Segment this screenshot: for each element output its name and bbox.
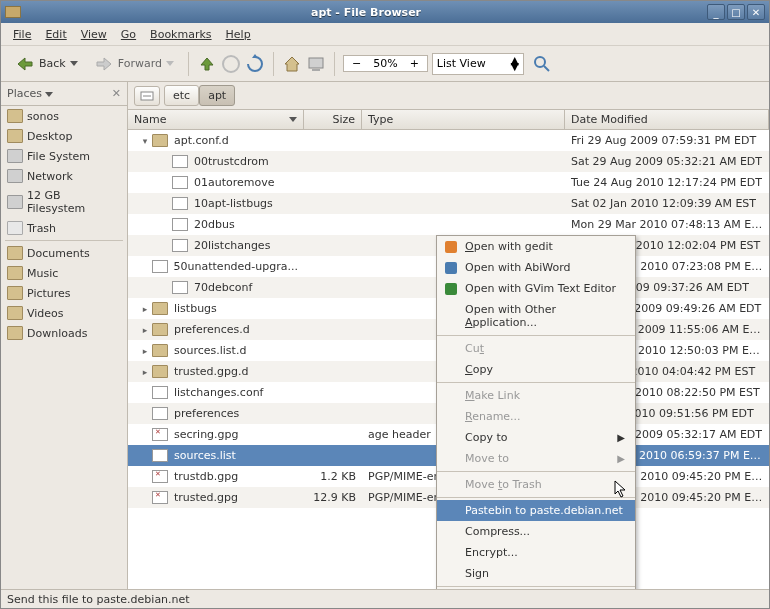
menu-file[interactable]: File: [7, 26, 37, 43]
svg-rect-1: [309, 58, 323, 68]
file-icon: [172, 239, 188, 252]
drive-icon: [7, 149, 23, 163]
menu-bookmarks[interactable]: Bookmarks: [144, 26, 217, 43]
menu-item[interactable]: Pastebin to paste.debian.net: [437, 500, 635, 521]
search-icon[interactable]: [532, 54, 552, 74]
drive-icon: [7, 195, 23, 209]
svg-point-3: [535, 57, 545, 67]
svg-rect-8: [445, 262, 457, 274]
menu-item[interactable]: Sign: [437, 563, 635, 584]
menu-edit[interactable]: Edit: [39, 26, 72, 43]
menu-view[interactable]: View: [75, 26, 113, 43]
stop-button[interactable]: [221, 54, 241, 74]
path-segment-apt[interactable]: apt: [199, 85, 235, 106]
menu-item: Move to▶: [437, 448, 635, 469]
menu-item[interactable]: Copy: [437, 359, 635, 380]
maximize-button[interactable]: □: [727, 4, 745, 20]
menu-item[interactable]: Compress...: [437, 521, 635, 542]
submenu-arrow-icon: ▶: [617, 453, 625, 464]
expander-icon[interactable]: ▸: [140, 325, 150, 335]
place-sonos[interactable]: sonos: [1, 106, 127, 126]
expander-icon[interactable]: ▾: [140, 136, 150, 146]
file-icon: [172, 218, 188, 231]
file-row[interactable]: 01autoremoveTue 24 Aug 2010 12:17:24 PM …: [128, 172, 769, 193]
menu-help[interactable]: Help: [220, 26, 257, 43]
status-text: Send this file to paste.debian.net: [7, 593, 190, 606]
titlebar[interactable]: apt - File Browser _ □ ✕: [1, 1, 769, 23]
back-arrow-icon: [15, 54, 35, 74]
svg-point-0: [223, 56, 239, 72]
file-row[interactable]: 00trustcdromSat 29 Aug 2009 05:32:21 AM …: [128, 151, 769, 172]
folder-icon: [152, 323, 168, 336]
bookmark-documents[interactable]: Documents: [1, 243, 127, 263]
menu-item[interactable]: Open with Other Application...: [437, 299, 635, 333]
minimize-button[interactable]: _: [707, 4, 725, 20]
file-icon: [172, 281, 188, 294]
column-name[interactable]: Name: [128, 110, 304, 129]
drive-icon: [7, 169, 23, 183]
file-browser-window: apt - File Browser _ □ ✕ File Edit View …: [0, 0, 770, 609]
expander-icon[interactable]: ▸: [140, 346, 150, 356]
file-icon: [152, 449, 168, 462]
file-row[interactable]: 20dbusMon 29 Mar 2010 07:48:13 AM EDT: [128, 214, 769, 235]
place-trash[interactable]: Trash: [1, 218, 127, 238]
trash-icon: [7, 221, 23, 235]
context-menu: Open with geditOpen with AbiWordOpen wit…: [436, 235, 636, 589]
folder-icon: [7, 109, 23, 123]
list-header: Name Size Type Date Modified: [128, 110, 769, 130]
submenu-arrow-icon: ▶: [617, 432, 625, 443]
zoom-level: 50%: [369, 57, 401, 70]
folder-icon: [7, 306, 23, 320]
zoom-out-icon[interactable]: −: [348, 57, 365, 70]
file-row[interactable]: ▾apt.conf.dFri 29 Aug 2009 07:59:31 PM E…: [128, 130, 769, 151]
bookmark-pictures[interactable]: Pictures: [1, 283, 127, 303]
forward-button[interactable]: Forward: [88, 50, 180, 78]
place-desktop[interactable]: Desktop: [1, 126, 127, 146]
bookmark-downloads[interactable]: Downloads: [1, 323, 127, 343]
forward-dropdown-icon: [166, 61, 174, 66]
zoom-in-icon[interactable]: +: [406, 57, 423, 70]
folder-icon: [7, 246, 23, 260]
folder-icon: [152, 134, 168, 147]
back-button[interactable]: Back: [9, 50, 84, 78]
menu-item[interactable]: Open with GVim Text Editor: [437, 278, 635, 299]
places-header[interactable]: Places ✕: [1, 82, 127, 106]
back-dropdown-icon[interactable]: [70, 61, 78, 66]
path-toggle-button[interactable]: [134, 86, 160, 106]
menu-go[interactable]: Go: [115, 26, 142, 43]
bookmark-videos[interactable]: Videos: [1, 303, 127, 323]
close-sidebar-icon[interactable]: ✕: [112, 87, 121, 100]
pathbar: etcapt: [128, 82, 769, 110]
close-button[interactable]: ✕: [747, 4, 765, 20]
statusbar: Send this file to paste.debian.net: [1, 589, 769, 608]
menubar: File Edit View Go Bookmarks Help: [1, 23, 769, 46]
file-row[interactable]: 10apt-listbugsSat 02 Jan 2010 12:09:39 A…: [128, 193, 769, 214]
expander-icon[interactable]: ▸: [140, 367, 150, 377]
computer-button[interactable]: [306, 54, 326, 74]
up-button[interactable]: [197, 54, 217, 74]
place-file-system[interactable]: File System: [1, 146, 127, 166]
menu-item[interactable]: Open with gedit: [437, 236, 635, 257]
column-date[interactable]: Date Modified: [565, 110, 769, 129]
home-button[interactable]: [282, 54, 302, 74]
expander-icon[interactable]: ▸: [140, 304, 150, 314]
place-12-gb-filesystem[interactable]: 12 GB Filesystem: [1, 186, 127, 218]
column-type[interactable]: Type: [362, 110, 565, 129]
menu-item[interactable]: Encrypt...: [437, 542, 635, 563]
view-mode-select[interactable]: List View ▲▼: [432, 53, 524, 75]
file-icon: [152, 407, 168, 420]
svg-rect-2: [312, 69, 320, 71]
zoom-control[interactable]: − 50% +: [343, 55, 428, 72]
forward-arrow-icon: [94, 54, 114, 74]
bookmark-music[interactable]: Music: [1, 263, 127, 283]
path-segment-etc[interactable]: etc: [164, 85, 199, 106]
menu-item[interactable]: Open with AbiWord: [437, 257, 635, 278]
file-list[interactable]: Name Size Type Date Modified ▾apt.conf.d…: [128, 110, 769, 589]
gvim-icon: [443, 281, 459, 297]
folder-icon: [7, 326, 23, 340]
reload-button[interactable]: [245, 54, 265, 74]
place-network[interactable]: Network: [1, 166, 127, 186]
folder-icon: [152, 344, 168, 357]
column-size[interactable]: Size: [304, 110, 362, 129]
menu-item[interactable]: Copy to▶: [437, 427, 635, 448]
